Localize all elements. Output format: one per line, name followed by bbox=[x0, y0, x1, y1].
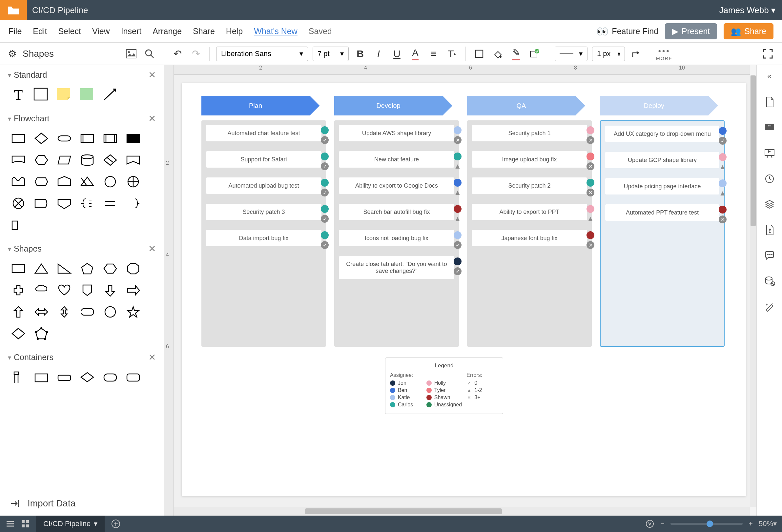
note-yellow-shape[interactable] bbox=[56, 87, 73, 103]
undo-button[interactable]: ↶ bbox=[171, 47, 184, 61]
flowchart-shape-24[interactable] bbox=[10, 217, 27, 233]
basic-shape-7[interactable] bbox=[33, 282, 50, 298]
basic-shape-15[interactable] bbox=[79, 304, 96, 320]
flowchart-shape-0[interactable] bbox=[10, 131, 27, 146]
note-green-shape[interactable] bbox=[79, 87, 96, 103]
gear-icon[interactable]: ⚙ bbox=[8, 48, 17, 59]
share-button[interactable]: 👥Share bbox=[723, 23, 774, 39]
kanban-card[interactable]: Security patch 1✕ bbox=[472, 125, 587, 141]
column-body[interactable]: Add UX category to drop-down menu✓Update… bbox=[600, 120, 724, 347]
flowchart-shape-9[interactable] bbox=[79, 152, 96, 168]
flowchart-shape-11[interactable] bbox=[125, 152, 142, 168]
menu-whats-new[interactable]: What's New bbox=[254, 27, 297, 36]
kanban-card[interactable]: Search bar autofill bug fix▲ bbox=[339, 204, 454, 220]
flowchart-shape-16[interactable] bbox=[102, 174, 119, 189]
flowchart-shape-3[interactable] bbox=[79, 131, 96, 146]
flowchart-shape-10[interactable] bbox=[102, 152, 119, 168]
flowchart-shape-21[interactable] bbox=[79, 196, 96, 211]
kanban-card[interactable]: Automated PPT feature test✕ bbox=[605, 204, 719, 221]
kanban-card[interactable]: Ability to export to PPT▲ bbox=[472, 204, 587, 220]
kanban-card[interactable]: New chat feature▲ bbox=[339, 151, 454, 168]
kanban-card[interactable]: Automated upload bug test✓ bbox=[206, 177, 321, 194]
panel-shapes[interactable]: ▾Shapes✕ bbox=[0, 239, 164, 259]
fill-button[interactable] bbox=[491, 47, 504, 61]
document-title[interactable]: CI/CD Pipeline bbox=[32, 5, 88, 15]
apply-style-button[interactable] bbox=[528, 47, 541, 61]
basic-shape-9[interactable] bbox=[79, 282, 96, 298]
scrollbar-horizontal[interactable] bbox=[174, 507, 750, 516]
text-shape[interactable]: T bbox=[10, 87, 27, 103]
snap-icon[interactable] bbox=[645, 519, 654, 528]
flowchart-shape-4[interactable] bbox=[102, 131, 119, 146]
flowchart-shape-13[interactable] bbox=[33, 174, 50, 189]
legend[interactable]: Legend Assignee:JonBenKatieCarlos HollyT… bbox=[385, 357, 503, 414]
flowchart-shape-15[interactable] bbox=[79, 174, 96, 189]
menu-file[interactable]: File bbox=[8, 27, 22, 36]
line-path-button[interactable] bbox=[630, 47, 643, 61]
flowchart-shape-23[interactable] bbox=[125, 196, 142, 211]
align-button[interactable]: ≡ bbox=[427, 47, 440, 61]
basic-shape-2[interactable] bbox=[56, 261, 73, 277]
zoom-out-button[interactable]: − bbox=[660, 520, 665, 528]
search-icon[interactable] bbox=[143, 47, 156, 60]
basic-shape-11[interactable] bbox=[125, 282, 142, 298]
container-shape-1[interactable] bbox=[33, 369, 50, 385]
data-icon[interactable] bbox=[762, 274, 776, 288]
page-tab[interactable]: CI/CD Pipeline ▾ bbox=[36, 516, 105, 532]
kanban-card[interactable]: Update AWS shape library✕ bbox=[339, 125, 454, 141]
rect-shape[interactable] bbox=[33, 87, 50, 103]
stroke-color-button[interactable]: ✎ bbox=[509, 47, 523, 61]
kanban-card[interactable]: Data import bug fix✓ bbox=[206, 230, 321, 246]
import-data-button[interactable]: Import Data bbox=[0, 491, 164, 516]
menu-insert[interactable]: Insert bbox=[121, 27, 142, 36]
menu-view[interactable]: View bbox=[92, 27, 110, 36]
fullscreen-button[interactable] bbox=[754, 48, 782, 59]
kanban-card[interactable]: Update GCP shape library▲ bbox=[605, 152, 719, 168]
kanban-card[interactable]: Support for Safari✓ bbox=[206, 151, 321, 168]
font-size-select[interactable]: 7 pt▾ bbox=[313, 46, 349, 61]
bold-button[interactable]: B bbox=[353, 47, 367, 61]
basic-shape-13[interactable] bbox=[33, 304, 50, 320]
basic-shape-6[interactable] bbox=[10, 282, 27, 298]
close-icon[interactable]: ✕ bbox=[148, 243, 156, 254]
column-header[interactable]: Develop bbox=[334, 96, 442, 115]
kanban-card[interactable]: Ability to export to Google Docs▲ bbox=[339, 177, 454, 194]
container-shape-0[interactable] bbox=[10, 369, 27, 385]
flowchart-shape-7[interactable] bbox=[33, 152, 50, 168]
column-header[interactable]: Deploy bbox=[600, 96, 708, 115]
zoom-slider[interactable] bbox=[671, 523, 743, 525]
flowchart-shape-22[interactable] bbox=[102, 196, 119, 211]
font-select[interactable]: Liberation Sans▾ bbox=[216, 46, 308, 61]
line-width-select[interactable]: 1 px▴▾ bbox=[592, 46, 625, 61]
basic-shape-18[interactable] bbox=[10, 326, 27, 342]
document-icon[interactable] bbox=[762, 95, 776, 109]
add-page-button[interactable] bbox=[111, 519, 120, 528]
basic-shape-12[interactable] bbox=[10, 304, 27, 320]
menu-arrange[interactable]: Arrange bbox=[152, 27, 182, 36]
underline-button[interactable]: U bbox=[390, 47, 404, 61]
line-style-select[interactable]: ▾ bbox=[555, 46, 588, 61]
kanban-card[interactable]: Japanese font bug fix✕ bbox=[472, 230, 587, 246]
kanban-card[interactable]: Icons not loading bug fix✓ bbox=[339, 230, 454, 246]
image-icon[interactable] bbox=[125, 47, 137, 60]
flowchart-shape-8[interactable] bbox=[56, 152, 73, 168]
grid-view-icon[interactable] bbox=[21, 520, 30, 528]
basic-shape-17[interactable] bbox=[125, 304, 142, 320]
basic-shape-4[interactable] bbox=[102, 261, 119, 277]
panel-containers[interactable]: ▾Containers✕ bbox=[0, 347, 164, 367]
container-shape-5[interactable] bbox=[125, 369, 142, 385]
container-shape-4[interactable] bbox=[102, 369, 119, 385]
crop-icon[interactable] bbox=[472, 47, 486, 61]
column-body[interactable]: Security patch 1✕Image upload bug fix✕Se… bbox=[467, 120, 592, 347]
basic-shape-1[interactable] bbox=[33, 261, 50, 277]
text-tool-button[interactable]: T▸ bbox=[445, 47, 459, 61]
column-header[interactable]: QA bbox=[467, 96, 575, 115]
layers-icon[interactable] bbox=[762, 198, 776, 211]
close-icon[interactable]: ✕ bbox=[148, 70, 156, 80]
flowchart-shape-17[interactable] bbox=[125, 174, 142, 189]
presentation-icon[interactable] bbox=[762, 146, 776, 160]
italic-button[interactable]: I bbox=[371, 47, 385, 61]
scrollbar-vertical[interactable] bbox=[750, 75, 756, 507]
flowchart-shape-19[interactable] bbox=[33, 196, 50, 211]
basic-shape-8[interactable] bbox=[56, 282, 73, 298]
